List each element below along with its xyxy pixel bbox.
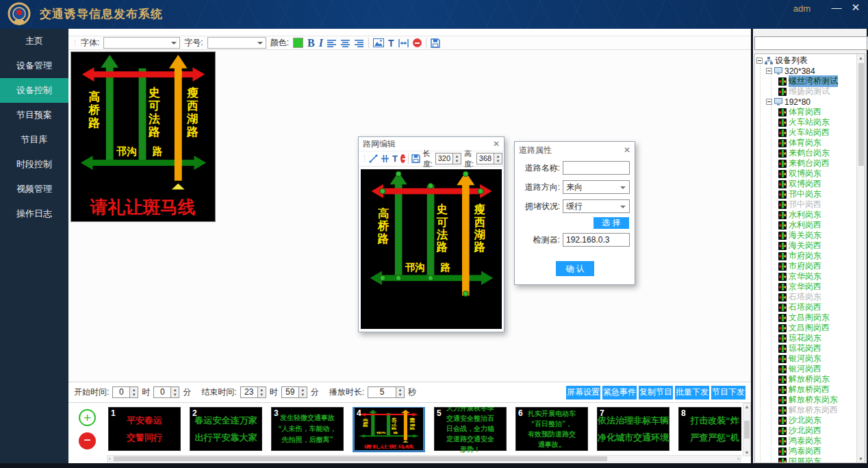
program-thumbnail-4[interactable]: 4高桥路史可法路瘦西湖路邗沟路请礼让斑马线 xyxy=(353,407,425,452)
svg-text:史可法路: 史可法路 xyxy=(436,203,448,253)
align-left-icon[interactable] xyxy=(327,39,337,47)
font-select[interactable] xyxy=(103,37,180,49)
drag-handle-icon[interactable]: ⋮ xyxy=(361,154,366,163)
line-tool-icon[interactable] xyxy=(369,154,378,163)
thumbnail-number: 8 xyxy=(681,408,686,418)
action-button[interactable]: 节目下发 xyxy=(711,386,745,399)
action-button[interactable]: 屏幕设置 xyxy=(566,386,600,399)
program-thumbnail-8[interactable]: 8打击改装“炸严查严惩“机 xyxy=(678,407,741,451)
color-swatch[interactable] xyxy=(293,38,303,48)
current-user[interactable]: adm xyxy=(793,3,810,14)
search-input[interactable] xyxy=(754,36,867,50)
confirm-button[interactable]: 确 认 xyxy=(556,261,594,276)
traffic-device-icon xyxy=(778,458,787,464)
tree-item-label[interactable]: 维扬岗测试 xyxy=(789,86,830,97)
end-minute-stepper[interactable]: 59▲▼ xyxy=(281,386,307,398)
scroll-up-icon: ▲ xyxy=(858,56,863,60)
traffic-device-icon xyxy=(778,324,787,332)
sidebar-item-8[interactable]: 操作日志 xyxy=(0,201,68,226)
bold-button[interactable]: B xyxy=(307,38,315,49)
program-thumbnail-1[interactable]: 1平安春运交警同行 xyxy=(108,407,181,451)
start-time-label: 开始时间: xyxy=(74,386,109,398)
sidebar-item-5[interactable]: 节目库 xyxy=(0,127,68,152)
tree-item-label[interactable]: 192*80 xyxy=(784,97,810,107)
action-button[interactable]: 批量下发 xyxy=(675,386,709,399)
strip-horizontal-scrollbar[interactable]: ‹› xyxy=(107,455,741,463)
thumbnail-number: 7 xyxy=(600,408,604,418)
add-program-button[interactable]: + xyxy=(79,409,96,426)
road-name-input[interactable] xyxy=(563,161,630,175)
thumbnail-number: 4 xyxy=(357,408,361,418)
delete-icon[interactable] xyxy=(400,154,405,163)
road-edit-toolbar: ⋮ T 长度: 320▲▼ 高度: 368▲▼ xyxy=(359,151,504,167)
expander-icon[interactable] xyxy=(766,68,772,74)
tree-item-label[interactable]: 国展岗东 xyxy=(789,456,821,463)
align-center-icon[interactable] xyxy=(341,39,350,47)
traffic-device-icon xyxy=(778,149,787,158)
sidebar-item-6[interactable]: 时段控制 xyxy=(0,152,68,177)
thumbnail-number: 2 xyxy=(192,408,197,418)
spacing-icon[interactable] xyxy=(398,39,409,47)
thumbnail-text: 春运安全连万家出行平安靠大家 xyxy=(190,408,261,450)
svg-text:邗沟: 邗沟 xyxy=(375,432,386,435)
program-thumbnail-2[interactable]: 2春运安全连万家出行平安靠大家 xyxy=(190,407,262,451)
close-icon[interactable]: ✕ xyxy=(493,139,500,149)
text-tool-icon[interactable]: T xyxy=(388,38,394,48)
minimize-icon[interactable]: — xyxy=(828,1,845,13)
drag-handle-icon[interactable]: ⋮⋮ xyxy=(71,38,77,47)
size-label: 字号: xyxy=(184,37,203,49)
thumbnail-roadmap: 高桥路史可法路瘦西湖路邗沟路请礼让斑马线 xyxy=(355,408,423,450)
sidebar-item-4[interactable]: 节目预案 xyxy=(0,103,68,127)
tree-scrollbar[interactable]: ▲▼ xyxy=(856,54,865,463)
close-icon[interactable]: ✕ xyxy=(847,1,864,14)
led-sign-preview[interactable]: 高桥路史可法路瘦西湖路邗沟路请礼让斑马线 xyxy=(71,51,216,222)
save-icon[interactable] xyxy=(411,154,420,163)
tree-item-label[interactable]: 设备列表 xyxy=(775,55,808,66)
thumbnail-text: 打击改装“炸严查严惩“机 xyxy=(679,408,741,450)
select-button[interactable]: 选 择 xyxy=(593,217,629,229)
start-minute-stepper[interactable]: 0▲▼ xyxy=(153,386,179,398)
scroll-left-icon: ‹ xyxy=(109,456,111,462)
svg-text:史可法路: 史可法路 xyxy=(391,417,398,430)
road-direction-select[interactable]: 来向 xyxy=(563,180,630,194)
remove-program-button[interactable]: − xyxy=(79,432,96,449)
program-thumbnail-3[interactable]: 3发生轻微交通事故“人未伤，车能动，先拍照，后撤离” xyxy=(271,407,344,451)
sidebar-item-7[interactable]: 视频管理 xyxy=(0,177,68,201)
program-thumbnail-5[interactable]: 5大力开展秋冬季交通安全整治百日会战，全力稳定道路交通安全形势！ xyxy=(434,407,507,451)
length-stepper[interactable]: 320▲▼ xyxy=(435,153,461,164)
expander-icon[interactable] xyxy=(766,99,772,105)
traffic-device-icon xyxy=(778,293,787,301)
traffic-device-icon xyxy=(778,334,787,343)
congestion-select[interactable]: 缓行 xyxy=(563,199,630,213)
traffic-device-icon xyxy=(778,211,787,219)
tree-item-label[interactable]: 320*384 xyxy=(784,66,815,76)
road-tool-icon[interactable] xyxy=(381,154,390,163)
action-button[interactable]: 复制节目 xyxy=(639,386,673,399)
text-tool-icon[interactable]: T xyxy=(392,154,398,163)
traffic-device-icon xyxy=(778,355,787,363)
size-select[interactable] xyxy=(207,37,266,49)
align-right-icon[interactable] xyxy=(355,39,364,47)
sidebar-item-3[interactable]: 设备控制 xyxy=(0,78,68,103)
close-icon[interactable]: ✕ xyxy=(624,145,630,155)
height-stepper[interactable]: 368▲▼ xyxy=(476,153,502,164)
program-thumbnail-6[interactable]: 6扎实开展电动车“百日整治”，有效预防道路交通事故。 xyxy=(515,407,588,451)
sidebar-item-1[interactable]: 主页 xyxy=(0,29,68,53)
action-button[interactable]: 紧急事件 xyxy=(602,386,637,399)
start-hour-stepper[interactable]: 0▲▼ xyxy=(112,386,138,398)
detector-label: 检测器: xyxy=(515,234,560,246)
expander-icon[interactable] xyxy=(756,58,763,64)
save-icon[interactable] xyxy=(431,38,440,48)
end-hour-stepper[interactable]: 23▲▼ xyxy=(240,386,266,398)
svg-text:请礼让斑马线: 请礼让斑马线 xyxy=(363,444,414,449)
duration-stepper[interactable]: 5▲▼ xyxy=(368,386,405,398)
image-icon[interactable] xyxy=(373,38,384,47)
program-thumbnail-7[interactable]: 7依法治理非标车辆净化城市交通环境 xyxy=(597,407,669,451)
detector-input[interactable] xyxy=(563,233,630,247)
road-edit-canvas[interactable]: 高桥路史可法路瘦西湖路邗沟路 xyxy=(361,169,502,329)
italic-button[interactable]: I xyxy=(319,38,323,49)
delete-icon[interactable] xyxy=(413,38,422,47)
spinner-up-icon: ▲ xyxy=(171,387,179,393)
sidebar-item-2[interactable]: 设备管理 xyxy=(0,53,68,78)
strip-vertical-scrollbar[interactable]: ▲▼ xyxy=(743,403,751,456)
